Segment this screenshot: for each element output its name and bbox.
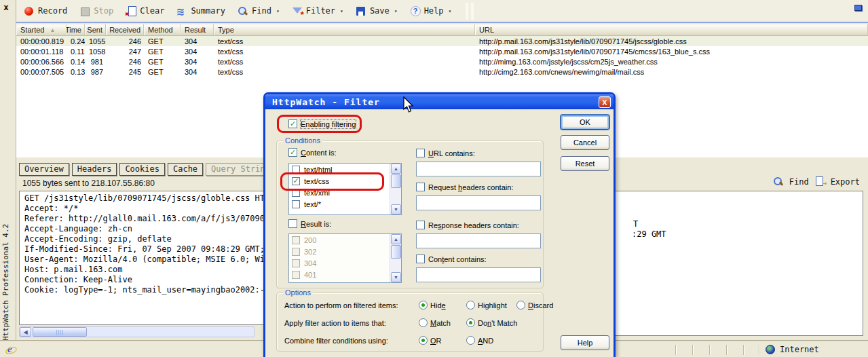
radio-match[interactable]: Match [419,318,451,327]
find-button[interactable]: Find [789,177,809,187]
statusbar-divider [726,345,727,355]
radio-selected-icon[interactable] [419,301,428,309]
cont-contains-checkbox[interactable]: ✓Content contains: [416,255,487,263]
result-code-list[interactable]: ✓200✓302✓304✓401 ▲ ▼ [288,233,402,283]
help-button[interactable]: Help [561,335,609,350]
column-header-url[interactable]: URL [475,24,868,35]
table-row[interactable]: 00:00:00.8190.2481055246GET304text/cssht… [16,36,868,46]
scroll-up-arrow[interactable]: ▲ [391,234,401,244]
toolbar-find-button[interactable]: Find▾ [234,2,283,20]
scroll-down-arrow[interactable]: ▼ [391,204,401,214]
export-button[interactable]: Export [831,177,860,187]
reqh-input[interactable] [416,195,541,210]
content-is-checkbox[interactable]: ✓Content is: [288,148,337,157]
checkbox-unchecked-icon[interactable]: ✓ [292,248,300,256]
checkbox-unchecked-icon[interactable]: ✓ [292,271,300,279]
radio-and[interactable]: AND [466,336,493,345]
dialog-close-button[interactable]: X [599,96,611,108]
list-item[interactable]: ✓302 [289,246,401,257]
toolbar-summary-button[interactable]: Summary [173,2,229,20]
checkbox-checked-icon[interactable]: ✓ [288,148,297,157]
dropdown-arrow-icon[interactable]: ▾ [449,8,452,14]
enabling-filtering-checkbox[interactable]: ✓ Enabling filtering [288,119,356,128]
toolbar-filter-button[interactable]: Filter▾ [288,2,347,20]
toolbar-save-button[interactable]: Save▾ [352,2,401,20]
horizontal-scrollbar[interactable]: ◀ [19,326,254,337]
list-item-label: text/css [304,177,329,185]
dropdown-arrow-icon[interactable]: ▾ [340,8,343,14]
column-header-result[interactable]: Result [181,24,214,35]
scroll-left-arrow[interactable]: ◀ [20,327,31,337]
dropdown-arrow-icon[interactable]: ▾ [276,8,280,14]
checkbox-unchecked-icon[interactable]: ✓ [292,236,300,244]
tab-overview[interactable]: Overview [19,163,69,176]
list-item[interactable]: ✓text/xml [289,187,401,198]
reset-button[interactable]: Reset [561,156,609,171]
reqh-contains-checkbox[interactable]: ✓Request headers contain: [416,183,513,191]
radio-unselected-icon[interactable] [466,336,475,345]
radio-selected-icon[interactable] [466,318,475,327]
list-scrollbar[interactable]: ▲ ▼ [390,164,401,214]
radio-unselected-icon[interactable] [516,301,525,309]
radio-unselected-icon[interactable] [419,318,428,327]
list-item[interactable]: ✓200 [289,234,401,246]
cont-input[interactable] [416,267,541,282]
radio-unselected-icon[interactable] [466,301,475,309]
checkbox-unchecked-icon[interactable]: ✓ [292,166,300,174]
cascade-windows-icon[interactable] [854,5,863,12]
tab-headers[interactable]: Headers [72,163,117,176]
tab-cookies[interactable]: Cookies [119,163,165,176]
toolbar-record-button[interactable]: Record [20,2,71,20]
radio-highlight[interactable]: Highlight [466,301,507,309]
list-item[interactable]: ✓401 [289,269,401,280]
scroll-thumb[interactable] [391,245,401,259]
checkbox-unchecked-icon[interactable]: ✓ [292,189,300,197]
url-input[interactable] [416,162,541,176]
checkbox-unchecked-icon[interactable]: ✓ [292,200,300,208]
content-type-list[interactable]: ✓text/html✓text/css✓text/xml✓text/* ▲ ▼ [288,163,402,215]
table-row[interactable]: 00:00:01.1180.1151058247GET304text/cssht… [16,46,868,56]
checkbox-checked-icon[interactable]: ✓ [288,119,297,128]
column-header-received[interactable]: Received [106,24,144,35]
radio-don-t-match[interactable]: Don't Match [466,318,517,327]
checkbox-unchecked-icon[interactable]: ✓ [288,219,297,228]
checkbox-unchecked-icon[interactable]: ✓ [416,221,425,229]
dialog-title-bar[interactable]: HttpWatch - Filter X [265,94,614,109]
scroll-down-arrow[interactable]: ▼ [391,272,401,282]
url-contains-checkbox[interactable]: ✓URL contains: [416,149,475,157]
list-item[interactable]: ✓304 [289,257,401,269]
column-header-sent[interactable]: Sent [85,24,106,35]
list-item[interactable]: ✓text/* [289,198,401,210]
table-row[interactable]: 00:00:06.5660.140981246GET304text/csshtt… [16,56,868,67]
checkbox-unchecked-icon[interactable]: ✓ [416,255,425,263]
dropdown-arrow-icon[interactable]: ▾ [394,8,398,14]
scroll-thumb[interactable] [391,174,401,188]
table-row[interactable]: 00:00:07.5050.130987245GET304text/csshtt… [16,67,868,77]
column-header-time[interactable]: Time [67,24,85,35]
resh-input[interactable] [416,233,541,248]
scroll-up-arrow[interactable]: ▲ [391,164,401,174]
radio-selected-icon[interactable] [419,336,428,345]
resh-contains-checkbox[interactable]: ✓Response headers contain: [416,221,519,229]
list-item[interactable]: ✓text/css [289,175,401,187]
scroll-thumb[interactable] [33,327,87,337]
cancel-button[interactable]: Cancel [561,135,609,150]
panel-close-icon[interactable]: x [3,2,9,12]
column-header-type[interactable]: Type [214,24,475,35]
tab-cache[interactable]: Cache [168,163,203,176]
column-header-started[interactable]: Started▲ [16,24,67,35]
list-scrollbar[interactable]: ▲ ▼ [390,234,401,282]
ok-button[interactable]: OK [561,115,609,130]
list-item[interactable]: ✓text/html [289,164,401,175]
radio-hide[interactable]: Hide [419,301,446,309]
toolbar-clear-button[interactable]: Clear [122,2,168,20]
radio-discard[interactable]: Discard [516,301,553,309]
checkbox-unchecked-icon[interactable]: ✓ [416,149,425,157]
column-header-method[interactable]: Method [144,24,181,35]
radio-or[interactable]: OR [419,336,442,345]
checkbox-unchecked-icon[interactable]: ✓ [292,259,300,267]
result-is-checkbox[interactable]: ✓Result is: [288,219,331,228]
checkbox-checked-icon[interactable]: ✓ [292,177,300,185]
toolbar-help-button[interactable]: Help▾ [407,2,455,20]
checkbox-unchecked-icon[interactable]: ✓ [416,183,425,191]
